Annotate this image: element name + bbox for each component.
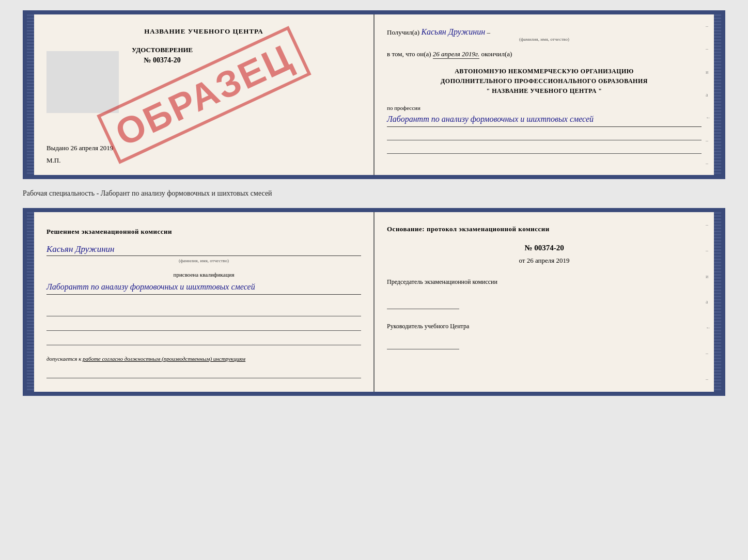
name-sublabel: (фамилия, имя, отчество) (387, 37, 702, 42)
profession-label: по профессии (387, 105, 702, 111)
doc1-school-title: НАЗВАНИЕ УЧЕБНОГО ЦЕНТРА (46, 27, 361, 36)
basis-title: Основание: протокол экзаменационной коми… (387, 225, 702, 233)
org-block: АВТОНОМНУЮ НЕКОММЕРЧЕСКУЮ ОРГАНИЗАЦИЮ ДО… (387, 67, 702, 97)
spine2-right (714, 212, 721, 392)
doc2-right-panel: Основание: протокол экзаменационной коми… (375, 212, 714, 392)
org-line2: ДОПОЛНИТЕЛЬНОГО ПРОФЕССИОНАЛЬНОГО ОБРАЗО… (387, 76, 702, 86)
issued-prefix: Выдано (46, 144, 69, 152)
received-prefix: Получил(а) (387, 28, 419, 36)
date-line: в том, что он(а) 26 апреля 2019г. окончи… (387, 50, 702, 58)
issued-date-value: 26 апреля 2019 (71, 144, 114, 152)
document-2: Решением экзаменационной комиссии Касьян… (23, 208, 725, 396)
right-margin-marks-2: ––иа←–– (706, 212, 711, 392)
org-line1: АВТОНОМНУЮ НЕКОММЕРЧЕСКУЮ ОРГАНИЗАЦИЮ (387, 67, 702, 76)
doc2-left-content: Решением экзаменационной комиссии Касьян… (46, 222, 361, 378)
spine-right (714, 14, 721, 175)
qualification-label: присвоена квалификация (46, 271, 361, 278)
cert-info-block: УДОСТОВЕРЕНИЕ № 00374-20 (132, 46, 193, 69)
commission-title: Решением экзаменационной комиссии (46, 228, 361, 236)
signature-lines (46, 305, 361, 345)
cert-number: № 00374-20 (132, 56, 193, 65)
issued-date-line: Выдано 26 апреля 2019 (46, 144, 361, 152)
date-suffix: окончил(а) (481, 50, 512, 58)
underline-1 (387, 130, 702, 140)
doc1-right-panel: Получил(а) Касьян Дружинин – (фамилия, и… (375, 14, 714, 175)
chairman-sig-line (387, 299, 459, 309)
chairman-label: Председатель экзаменационной комиссии (387, 277, 702, 286)
doc1-left-panel: НАЗВАНИЕ УЧЕБНОГО ЦЕНТРА УДОСТОВЕРЕНИЕ №… (34, 14, 375, 175)
received-name: Касьян Дружинин (421, 27, 485, 36)
protocol-date: от 26 апреля 2019 (387, 257, 702, 265)
sig-line-3 (46, 334, 361, 345)
document-1: НАЗВАНИЕ УЧЕБНОГО ЦЕНТРА УДОСТОВЕРЕНИЕ №… (23, 10, 725, 179)
section-label: Рабочая специальность - Лаборант по анал… (23, 188, 725, 199)
qualification-value: Лаборантт по анализу формовочных и шихтт… (46, 281, 361, 295)
protocol-number: № 00374-20 (387, 244, 702, 252)
doc2-left-panel: Решением экзаменационной комиссии Касьян… (34, 212, 375, 392)
org-line3: " НАЗВАНИЕ УЧЕБНОГО ЦЕНТРА " (387, 86, 702, 96)
date-value: 26 апреля 2019г. (433, 50, 479, 59)
received-line: Получил(а) Касьян Дружинин – (фамилия, и… (387, 27, 702, 42)
spine2-left (27, 212, 34, 392)
date-prefix: от (519, 257, 525, 264)
date-value: 26 апреля 2019 (527, 257, 570, 264)
допускается-prefix: допускается к (46, 356, 81, 362)
head-sig-line (387, 339, 459, 349)
person-name-sublabel: (фамилия, имя, отчество) (46, 258, 361, 263)
profession-value: Лаборантт по анализу формовочных и шихтп… (387, 113, 702, 127)
head-label: Руководитель учебного Центра (387, 322, 702, 331)
spine-left (27, 14, 34, 175)
sig-line-1 (46, 305, 361, 316)
right-margin-marks: ––иа←–– (706, 14, 711, 175)
date-prefix: в том, что он(а) (387, 50, 431, 58)
mp-label: М.П. (46, 156, 361, 165)
sig-line-2 (46, 319, 361, 331)
допускается-value: работе согласно должностным (производств… (83, 356, 245, 362)
допускается-text: допускается к работе согласно должностны… (46, 356, 361, 362)
cert-photo-placeholder (46, 51, 119, 113)
cert-label: УДОСТОВЕРЕНИЕ (132, 46, 193, 54)
underline-2 (387, 143, 702, 154)
person-name: Касьян Дружинин (46, 244, 361, 256)
sig-line-bottom (46, 367, 361, 378)
